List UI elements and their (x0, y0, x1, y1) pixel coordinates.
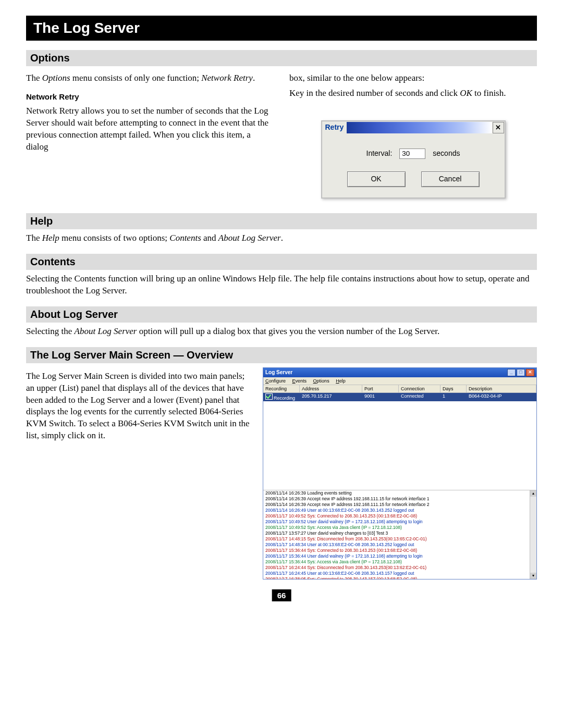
event-panel: 2008/11/14 16:26:39 Loading events setti… (263, 490, 536, 579)
section-help: Help (26, 213, 537, 229)
cancel-button[interactable]: Cancel (421, 171, 480, 187)
event-line: 2008/11/17 15:36:44 Sys: Access via Java… (263, 559, 536, 565)
event-line: 2008/11/17 15:36:44 Sys: Connected to 20… (263, 548, 536, 553)
list-header-recording[interactable]: Recording (263, 385, 300, 392)
page-title-bar: The Log Server (26, 16, 537, 41)
cell: Connected (399, 393, 440, 401)
cell: 205.70.15.217 (300, 393, 362, 401)
options-subheading: Network Retry (26, 92, 274, 102)
list-header-connection[interactable]: Connection (399, 385, 440, 392)
options-col2-line1: box, similar to the one below appears: (289, 72, 537, 84)
app-titlebar: Log Server _ □ ✕ (263, 368, 536, 377)
list-panel-blank (263, 401, 536, 490)
retry-dialog: Retry ✕ Interval: seconds OK Cancel (321, 120, 506, 199)
text: Selecting the (26, 326, 75, 336)
section-options: Options (26, 50, 537, 66)
list-header-days[interactable]: Days (440, 385, 467, 392)
list-header-address[interactable]: Address (300, 385, 362, 392)
event-line: 2008/11/17 13:57:27 User david walney ch… (263, 530, 536, 536)
scroll-down-icon[interactable]: ▾ (530, 573, 536, 579)
app-title-text: Log Server (265, 369, 292, 375)
event-line: 2008/11/14 16:26:39 Accept new IP addres… (263, 496, 536, 502)
list-header-description[interactable]: Description (467, 385, 536, 392)
menu-events[interactable]: Events (292, 378, 307, 384)
cell: 9001 (362, 393, 399, 401)
cell: B064-032-04-IP (467, 393, 536, 401)
text: The (26, 73, 42, 83)
text-em: Network Retry (201, 73, 253, 83)
retry-title-text: Retry (322, 122, 347, 132)
text: Key in the desired number of seconds and… (289, 88, 460, 98)
text: menu consists of only one function; (70, 73, 202, 83)
section-contents: Contents (26, 254, 537, 270)
text-em: Options (42, 73, 70, 83)
menu-options[interactable]: Options (313, 378, 329, 384)
close-window-icon[interactable]: ✕ (526, 369, 534, 376)
event-line: 2008/11/17 10:49:52 User david walney (I… (263, 519, 536, 525)
about-body: Selecting the About Log Server option wi… (26, 326, 537, 338)
retry-seconds-label: seconds (433, 149, 460, 158)
options-intro: The Options menu consists of only one fu… (26, 72, 274, 84)
minimize-icon[interactable]: _ (507, 369, 516, 376)
menu-help[interactable]: Help (336, 378, 346, 384)
event-line: 2008/11/14 16:26:39 Loading events setti… (263, 490, 536, 496)
text: menu consists of two options; (59, 233, 170, 243)
cell: 1 (440, 393, 467, 401)
event-line: 2008/11/17 16:24:44 Sys: Disconnected fr… (263, 565, 536, 571)
ok-button[interactable]: OK (347, 171, 406, 187)
event-line: 2008/11/17 14:48:15 Sys: Disconnected fr… (263, 536, 536, 542)
event-line: 2008/11/14 16:26:39 Accept new IP addres… (263, 502, 536, 508)
log-server-window: Log Server _ □ ✕ CConfigureonfigure Even… (263, 367, 537, 579)
section-about: About Log Server (26, 306, 537, 323)
text-em: OK (460, 88, 472, 98)
retry-titlebar: Retry ✕ (322, 121, 505, 134)
scrollbar[interactable]: ▴ ▾ (530, 490, 536, 579)
retry-interval-label: Interval: (366, 149, 393, 158)
text-em: About Log Server (218, 233, 281, 243)
event-line: 2008/11/17 16:24:45 User at 00:13:68:E2-… (263, 571, 536, 576)
list-row-selected[interactable]: Recording 205.70.15.217 9001 Connected 1… (263, 393, 536, 401)
event-line: 2008/11/17 14:48:34 User at 00:13:68:E2-… (263, 542, 536, 548)
text: option will pull up a dialog box that gi… (137, 326, 439, 336)
close-icon[interactable]: ✕ (493, 122, 504, 133)
event-line: 2008/11/17 10:49:52 Sys: Connected to 20… (263, 513, 536, 519)
list-header-port[interactable]: Port (362, 385, 399, 392)
options-body-1: Network Retry allows you to set the numb… (26, 105, 274, 153)
options-col2-line2: Key in the desired number of seconds and… (289, 88, 537, 100)
contents-body: Selecting the Contents function will bri… (26, 273, 537, 297)
event-line: 2008/11/17 10:49:52 Sys: Access via Java… (263, 525, 536, 530)
text: . (281, 233, 283, 243)
list-header-row: Recording Address Port Connection Days D… (263, 385, 536, 393)
retry-interval-input[interactable] (399, 149, 425, 159)
help-body: The Help menu consists of two options; C… (26, 232, 537, 244)
text: and (201, 233, 218, 243)
text: to finish. (472, 88, 506, 98)
app-menubar[interactable]: CConfigureonfigure Events Options Help (263, 377, 536, 385)
text-em: Help (42, 233, 59, 243)
page-number: 66 (272, 589, 291, 601)
retry-title-gradient (347, 122, 492, 133)
mainscreen-body: The Log Server Main Screen is divided in… (26, 371, 250, 442)
maximize-icon[interactable]: □ (517, 369, 525, 376)
event-line: 2008/11/17 15:36:44 User david walney (I… (263, 553, 536, 559)
text: . (253, 73, 255, 83)
cell: Recording (274, 396, 295, 401)
check-icon (265, 393, 273, 400)
scroll-up-icon[interactable]: ▴ (530, 490, 536, 497)
text: The (26, 233, 42, 243)
text-em: About Log Server (75, 326, 137, 336)
event-line: 2008/11/14 16:26:49 User at 00:13:68:E2-… (263, 508, 536, 513)
menu-configure[interactable]: CConfigureonfigure (265, 378, 286, 384)
event-line: 2008/11/17 16:38:05 Sys: Connected to 20… (263, 576, 536, 579)
text-em: Contents (169, 233, 201, 243)
section-mainscreen: The Log Server Main Screen — Overview (26, 347, 537, 363)
